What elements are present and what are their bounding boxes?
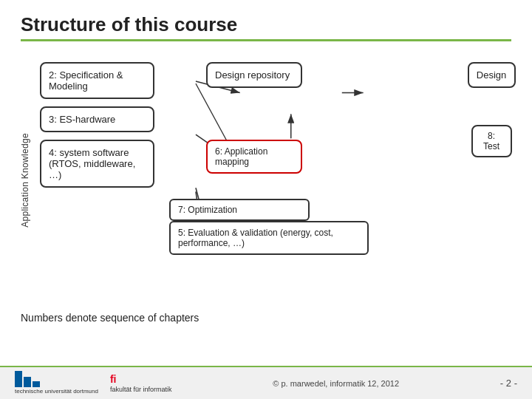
numbers-note: Numbers denote sequence of chapters (0, 306, 532, 328)
test-box: 8: Test (471, 125, 512, 157)
footer-page: - 2 - (500, 378, 517, 389)
vertical-label: Application Knowledge (20, 133, 30, 228)
optimization-label: 7: Optimization (178, 205, 237, 215)
left-column: 2: Specification & Modeling 3: ES-hardwa… (40, 55, 154, 306)
copyright-text: © p. marwedel, informatik 12, 2012 (273, 379, 399, 388)
design-repository-label: Design repository (215, 69, 290, 81)
center-area: Design repository 6: Application mapping… (162, 55, 458, 306)
footer: technische universität dortmund fi fakul… (0, 366, 532, 399)
optimization-box: 7: Optimization (169, 199, 310, 221)
es-hardware-box: 3: ES-hardware (40, 106, 154, 132)
page-title: Structure of this course (21, 13, 511, 36)
right-column: Design 8: Test (466, 55, 517, 306)
vertical-label-wrapper: Application Knowledge (15, 55, 35, 306)
evaluation-box: 5: Evaluation & validation (energy, cost… (169, 221, 369, 255)
tu-logo-text: technische universität dortmund (15, 388, 98, 395)
footer-left: technische universität dortmund fi fakul… (15, 371, 171, 395)
evaluation-label: 5: Evaluation & validation (energy, cost… (178, 228, 333, 248)
app-mapping-label: 6: Application mapping (215, 146, 267, 167)
app-mapping-box: 6: Application mapping (206, 140, 302, 174)
design-box: Design (468, 62, 516, 88)
tu-logo: technische universität dortmund (15, 371, 98, 395)
numbers-note-text: Numbers denote sequence of chapters (21, 312, 199, 324)
spec-modeling-box: 2: Specification & Modeling (40, 62, 154, 99)
system-software-box: 4: system software (RTOS, middleware, …) (40, 140, 154, 188)
test-label: 8: (488, 131, 495, 141)
faculty-text: fakultät für informatik (110, 386, 172, 395)
title-area: Structure of this course (0, 0, 532, 47)
title-underline (21, 39, 511, 41)
main-content: Application Knowledge 2: Specification &… (0, 47, 532, 306)
fi-logo: fi fakultät für informatik (110, 372, 172, 395)
design-repository-box: Design repository (206, 62, 302, 88)
arrows-svg (162, 55, 458, 306)
footer-center: © p. marwedel, informatik 12, 2012 (273, 379, 399, 388)
test-value: Test (483, 141, 499, 151)
